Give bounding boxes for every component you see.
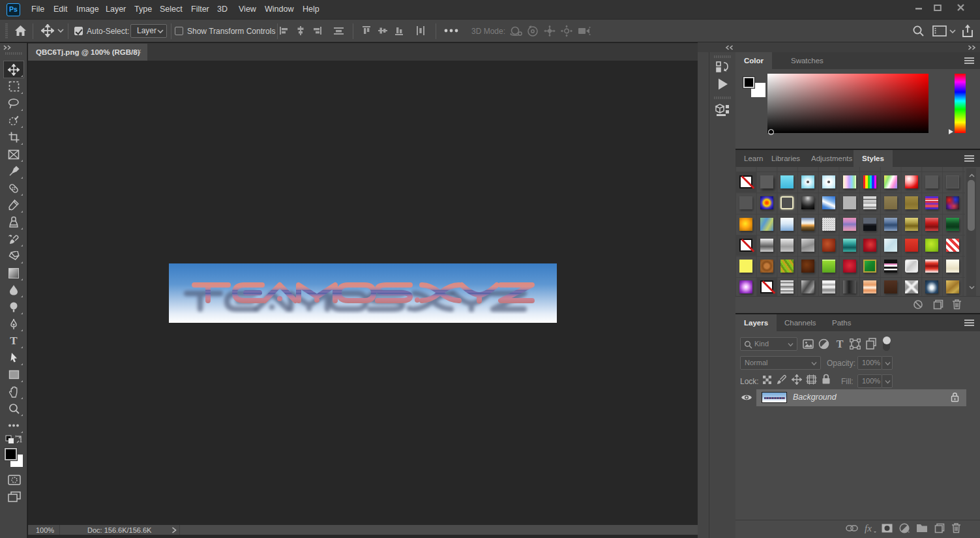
svg-text:fx: fx	[865, 523, 872, 533]
svg-text:T: T	[837, 338, 844, 349]
svg-text:T: T	[10, 335, 18, 346]
